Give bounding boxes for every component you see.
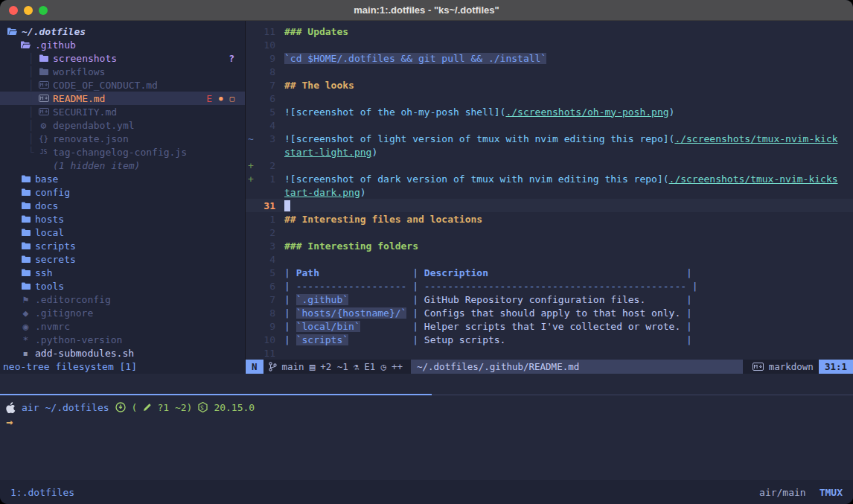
line-text: tart-dark.png) xyxy=(284,187,853,198)
tree-item-dependabot.yml[interactable]: │⚙dependabot.yml xyxy=(0,118,245,132)
editor-line[interactable]: 9| `local/bin` | Helper scripts that I'v… xyxy=(246,319,853,333)
tree-guide: │ xyxy=(28,93,37,104)
editor-line[interactable]: ~3![screenshot of light version of tmux … xyxy=(246,132,853,145)
tree-item--1-hidden-item-[interactable]: (1 hidden item) xyxy=(0,159,245,172)
tree-item-docs[interactable]: docs xyxy=(0,199,245,212)
editor-line[interactable]: +2 xyxy=(246,159,853,172)
line-number: 10 xyxy=(256,39,275,51)
tree-item-config[interactable]: config xyxy=(0,185,245,199)
tree-item-label: workflows xyxy=(53,66,105,77)
tree-guide: │ xyxy=(28,133,37,144)
statusline-flags: ++ xyxy=(392,361,403,372)
tree-guide xyxy=(28,160,37,171)
prompt-cwd: ~/.dotfiles xyxy=(45,402,109,413)
line-text: | `local/bin` | Helper scripts that I've… xyxy=(284,321,853,332)
status-badge: E xyxy=(206,93,212,104)
tree-item-label: tag-changelog-config.js xyxy=(53,147,187,158)
tree-guide: │ xyxy=(28,106,37,118)
markdown-icon xyxy=(753,363,764,371)
editor-buffer[interactable]: 11### Updates109`cd $HOME/.dotfiles && g… xyxy=(246,21,853,360)
tree-item-label: secrets xyxy=(35,254,76,265)
tree-item-local[interactable]: local xyxy=(0,226,245,239)
editor-line[interactable]: 8| `hosts/{hostname}/` | Configs that sh… xyxy=(246,306,853,319)
tree-item-readme.md[interactable]: │README.mdE●▢ xyxy=(0,92,245,105)
editor-panel[interactable]: 11### Updates109`cd $HOME/.dotfiles && g… xyxy=(246,21,853,374)
editor-line[interactable]: 4 xyxy=(246,252,853,266)
editor-line[interactable]: 9`cd $HOME/.dotfiles && git pull && ./in… xyxy=(246,51,853,65)
editor-line[interactable]: 2 xyxy=(246,226,853,239)
editor-line[interactable]: 31 xyxy=(246,199,853,212)
gitsign-change: ~ xyxy=(246,133,256,144)
tree-item-workflows[interactable]: │workflows xyxy=(0,65,245,78)
editor-line[interactable]: 6 xyxy=(246,92,853,105)
tree-item-label: docs xyxy=(35,200,58,211)
prompt-host: air xyxy=(22,402,39,413)
line-number: 6 xyxy=(256,93,275,104)
tmux-status-bar: 1:.dotfiles air/main TMUX xyxy=(0,480,853,504)
tree-item-screenshots[interactable]: │screenshots? xyxy=(0,51,245,65)
editor-line[interactable]: 7| `.github` | GitHub Repository configu… xyxy=(246,293,853,306)
line-text: ![screenshot of dark version of tmux wit… xyxy=(284,173,853,185)
editor-line[interactable]: 1## Interesting files and locations xyxy=(246,212,853,226)
folder-icon xyxy=(19,229,32,236)
tmux-window-item[interactable]: 1:.dotfiles xyxy=(10,487,74,498)
mode-indicator: N xyxy=(246,360,263,374)
editor-line[interactable]: 5| Path | Description | xyxy=(246,266,853,279)
git-branch-name: main xyxy=(282,361,304,372)
tree-item-tag-changelog-config.js[interactable]: └JStag-changelog-config.js xyxy=(0,145,245,159)
editor-line[interactable]: 3### Interesting folders xyxy=(246,239,853,252)
tree-item-.github[interactable]: .github xyxy=(0,38,245,51)
editor-line[interactable]: 6| ------------------- | ---------------… xyxy=(246,279,853,293)
tree-item-hosts[interactable]: hosts xyxy=(0,212,245,226)
tree-item-add-submodules.sh[interactable]: ▪add-submodules.sh xyxy=(0,346,245,360)
editor-line[interactable]: +1![screenshot of dark version of tmux w… xyxy=(246,172,853,185)
tree-guide: │ xyxy=(28,80,37,91)
tree-item--.dotfiles[interactable]: ~/.dotfiles xyxy=(0,25,245,38)
folder-open-icon xyxy=(19,41,32,48)
tree-item-code-of-conduct.md[interactable]: │CODE_OF_CONDUCT.md xyxy=(0,78,245,92)
tree-item-security.md[interactable]: │SECURITY.md xyxy=(0,105,245,118)
tree-item-secrets[interactable]: secrets xyxy=(0,252,245,266)
titlebar[interactable]: main:1:.dotfiles - "ks~/.dotfiles" xyxy=(0,0,853,21)
tmux-pane-shell[interactable]: air ~/.dotfiles ( ?1 ~2) 20.15.0 → xyxy=(0,395,853,480)
terminal-window: main:1:.dotfiles - "ks~/.dotfiles" ~/.do… xyxy=(0,0,853,504)
tree-item-.python-version[interactable]: *.python-version xyxy=(0,333,245,346)
editor-line[interactable]: 5![screenshot of the oh-my-posh shell](.… xyxy=(246,105,853,118)
folder-open-icon xyxy=(6,28,19,35)
editor-line[interactable]: 10| `scripts` | Setup scripts. | xyxy=(246,333,853,346)
tree-item-label: CODE_OF_CONDUCT.md xyxy=(53,80,158,91)
diamond-icon: ◆ xyxy=(19,307,32,319)
tree-item-label: SECURITY.md xyxy=(53,106,117,118)
tree-item-label: tools xyxy=(35,281,64,292)
line-number: 6 xyxy=(256,281,275,292)
tree-item-label: dependabot.yml xyxy=(53,120,135,131)
editor-line[interactable]: 8 xyxy=(246,65,853,78)
tree-item-base[interactable]: base xyxy=(0,172,245,185)
clock-icon: ◷ xyxy=(380,361,386,372)
tree-item-label: .gitignore xyxy=(35,307,93,319)
line-number: 4 xyxy=(256,120,275,131)
tree-item-renovate.json[interactable]: │{}renovate.json xyxy=(0,132,245,145)
tree-item-badges: E●▢ xyxy=(206,93,245,104)
line-number: 3 xyxy=(256,133,275,144)
editor-line[interactable]: start-light.png) xyxy=(246,145,853,159)
line-number: 1 xyxy=(256,214,275,225)
line-text: start-light.png) xyxy=(284,147,853,158)
editor-line[interactable]: 11### Updates xyxy=(246,25,853,38)
tree-item-scripts[interactable]: scripts xyxy=(0,239,245,252)
tree-item-tools[interactable]: tools xyxy=(0,279,245,293)
tree-item-ssh[interactable]: ssh xyxy=(0,266,245,279)
tmux-label: TMUX xyxy=(820,487,843,498)
tree-item-label: .github xyxy=(35,39,76,51)
editor-line[interactable]: 10 xyxy=(246,38,853,51)
tree-item-.editorconfig[interactable]: ⚑.editorconfig xyxy=(0,293,245,306)
editor-line[interactable]: tart-dark.png) xyxy=(246,185,853,199)
tree-item-.nvmrc[interactable]: ◉.nvmrc xyxy=(0,319,245,333)
file-diff-icon: ▤ xyxy=(310,361,316,372)
editor-line[interactable]: 11 xyxy=(246,346,853,360)
editor-line[interactable]: 4 xyxy=(246,118,853,132)
line-number: 4 xyxy=(256,254,275,265)
editor-line[interactable]: 7## The looks xyxy=(246,78,853,92)
tree-item-.gitignore[interactable]: ◆.gitignore xyxy=(0,306,245,319)
gitsign-add: + xyxy=(246,173,256,185)
